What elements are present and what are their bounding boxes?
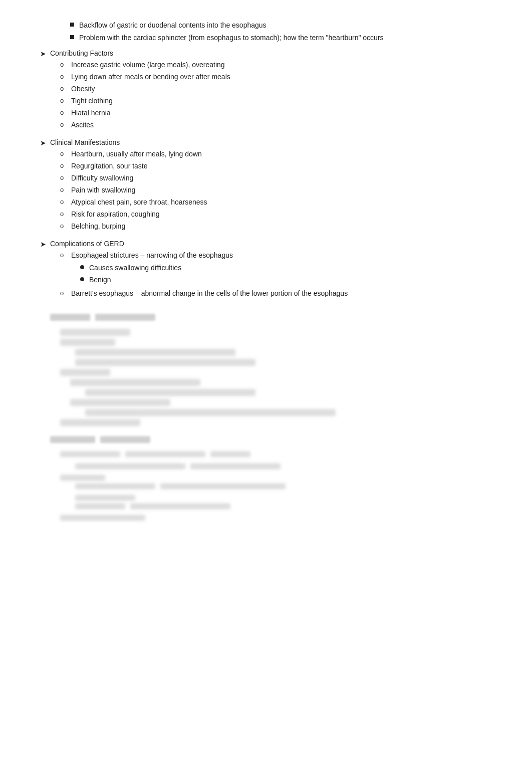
- list-item-text: Heartburn, usually after meals, lying do…: [71, 149, 202, 159]
- bullet-filled-icon: [80, 265, 84, 269]
- list-item: Causes swallowing difficulties: [80, 263, 181, 273]
- circle-icon: o: [60, 84, 67, 94]
- section-header: ➤ Contributing Factors: [40, 49, 491, 58]
- main-content: Backflow of gastric or duodenal contents…: [40, 20, 491, 521]
- list-item-text: Obesity: [71, 84, 95, 94]
- circle-icon: o: [60, 250, 67, 260]
- list-item: o Belching, burping: [60, 221, 491, 232]
- circle-icon: o: [60, 185, 67, 195]
- list-item-text: Esophageal strictures – narrowing of the…: [71, 250, 233, 261]
- circle-icon: o: [60, 197, 67, 207]
- complications-list: o Esophageal strictures – narrowing of t…: [60, 250, 491, 299]
- list-item-text: Tight clothing: [71, 96, 113, 106]
- circle-icon: o: [60, 149, 67, 159]
- list-item-text: Benign: [89, 275, 111, 285]
- list-item-text: Difficulty swallowing: [71, 173, 133, 183]
- list-item: o Barrett's esophagus – abnormal change …: [60, 288, 491, 299]
- blurred-block-2: [60, 451, 491, 521]
- list-item: o Heartburn, usually after meals, lying …: [60, 149, 491, 159]
- list-item-text: Causes swallowing difficulties: [89, 263, 181, 273]
- list-item: o Pain with swallowing: [60, 185, 491, 196]
- list-item-text: Ascites: [71, 120, 94, 130]
- bullet-icon: [70, 35, 74, 39]
- list-item: o Difficulty swallowing: [60, 173, 491, 183]
- list-item: Benign: [80, 275, 181, 285]
- list-item: Backflow of gastric or duodenal contents…: [70, 20, 491, 31]
- circle-icon: o: [60, 96, 67, 106]
- contributing-factors-list: o Increase gastric volume (large meals),…: [60, 60, 491, 130]
- blurred-area-2: [50, 436, 491, 521]
- list-item-text: Lying down after meals or bending over a…: [71, 72, 230, 82]
- circle-icon: o: [60, 60, 67, 70]
- arrow-icon: ➤: [40, 50, 46, 58]
- clinical-manifestations-list: o Heartburn, usually after meals, lying …: [60, 149, 491, 232]
- circle-icon: o: [60, 221, 67, 231]
- bullet-filled-icon: [80, 277, 84, 281]
- circle-icon: o: [60, 161, 67, 171]
- bullet-icon: [70, 23, 74, 27]
- list-item-text: Barrett's esophagus – abnormal change in…: [71, 288, 348, 299]
- list-item: o Tight clothing: [60, 96, 491, 106]
- intro-bullet-list: Backflow of gastric or duodenal contents…: [70, 20, 491, 43]
- circle-icon: o: [60, 108, 67, 118]
- esophageal-sub-list: Causes swallowing difficulties Benign: [80, 263, 181, 287]
- circle-icon: o: [60, 288, 67, 298]
- section-title: Contributing Factors: [50, 49, 113, 57]
- list-item-text: Pain with swallowing: [71, 185, 135, 196]
- section-title: Complications of GERD: [50, 240, 124, 248]
- list-item: o Lying down after meals or bending over…: [60, 72, 491, 82]
- blurred-block: [60, 329, 491, 426]
- list-item-text: Risk for aspiration, coughing: [71, 209, 160, 220]
- section-header: ➤ Complications of GERD: [40, 240, 491, 248]
- list-item: o Obesity: [60, 84, 491, 94]
- list-item: o Esophageal strictures – narrowing of t…: [60, 250, 491, 287]
- list-item-text: Belching, burping: [71, 221, 125, 232]
- circle-icon: o: [60, 120, 67, 130]
- list-item-text: Increase gastric volume (large meals), o…: [71, 60, 225, 70]
- list-item: o Regurgitation, sour taste: [60, 161, 491, 171]
- clinical-manifestations-section: ➤ Clinical Manifestations o Heartburn, u…: [40, 138, 491, 232]
- list-item-text: Problem with the cardiac sphincter (from…: [79, 33, 384, 43]
- list-item: o Increase gastric volume (large meals),…: [60, 60, 491, 70]
- list-item-text: Hiatal hernia: [71, 108, 111, 118]
- list-item-text: Backflow of gastric or duodenal contents…: [79, 20, 267, 31]
- list-item: o Atypical chest pain, sore throat, hoar…: [60, 197, 491, 208]
- list-item-text: Atypical chest pain, sore throat, hoarse…: [71, 197, 207, 208]
- section-header: ➤ Clinical Manifestations: [40, 138, 491, 147]
- list-item-text: Regurgitation, sour taste: [71, 161, 148, 171]
- section-title: Clinical Manifestations: [50, 138, 120, 146]
- circle-icon: o: [60, 209, 67, 219]
- circle-icon: o: [60, 173, 67, 183]
- list-item: o Ascites: [60, 120, 491, 130]
- list-item: Problem with the cardiac sphincter (from…: [70, 33, 491, 43]
- list-item: o Risk for aspiration, coughing: [60, 209, 491, 220]
- arrow-icon: ➤: [40, 139, 46, 147]
- circle-icon: o: [60, 72, 67, 82]
- blurred-area-1: [50, 314, 491, 426]
- list-item: o Hiatal hernia: [60, 108, 491, 118]
- complications-section: ➤ Complications of GERD o Esophageal str…: [40, 240, 491, 299]
- blurred-inner: [75, 349, 491, 366]
- contributing-factors-section: ➤ Contributing Factors o Increase gastri…: [40, 49, 491, 130]
- arrow-icon: ➤: [40, 240, 46, 248]
